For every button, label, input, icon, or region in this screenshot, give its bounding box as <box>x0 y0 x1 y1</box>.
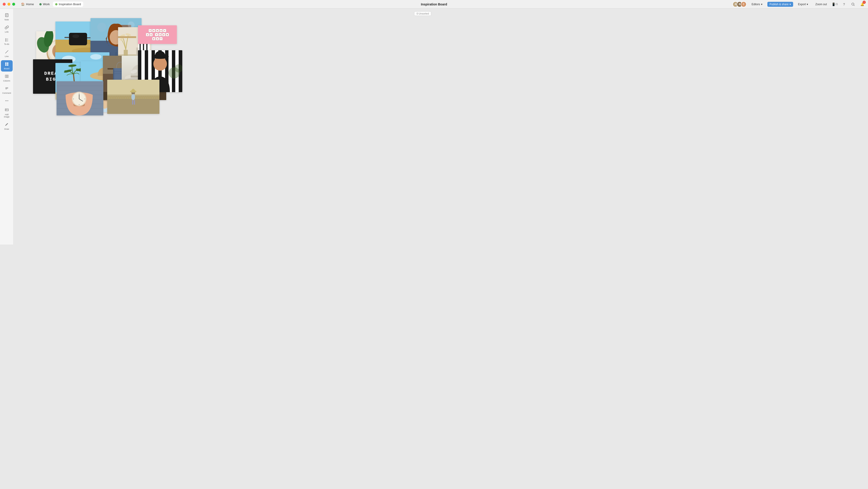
sidebar-note-label: Note <box>4 19 9 21</box>
svg-point-25 <box>7 100 8 101</box>
svg-rect-69 <box>118 36 136 38</box>
sidebar-item-note[interactable]: Note <box>1 11 13 23</box>
today-row-3: D A Y <box>152 37 163 40</box>
svg-line-12 <box>5 51 8 53</box>
board-icon <box>5 62 9 67</box>
svg-rect-15 <box>5 64 6 66</box>
svg-point-23 <box>5 100 6 101</box>
tab-inspiration-label: Inspiration Board <box>59 2 81 6</box>
svg-point-55 <box>97 23 106 32</box>
sidebar-item-column[interactable]: Column <box>1 73 13 84</box>
column-icon <box>5 74 9 79</box>
svg-rect-19 <box>7 75 8 78</box>
sidebar-item-board[interactable]: Board <box>1 60 13 71</box>
svg-rect-8 <box>5 39 6 40</box>
draw-icon <box>5 122 9 127</box>
main-layout: Note Link To-d <box>0 9 434 244</box>
today-row-2: I S Y O U R <box>146 33 169 36</box>
board-image-today[interactable]: T O D A Y I S Y O U R D A <box>138 25 177 44</box>
svg-rect-42 <box>69 33 87 45</box>
svg-rect-17 <box>5 75 6 78</box>
svg-point-24 <box>6 100 7 101</box>
board-canvas: T O D A Y I S Y O U R D A <box>13 9 434 244</box>
sidebar-item-add-image[interactable]: Add image <box>1 106 13 120</box>
sidebar-todo-label: To-do <box>4 43 9 45</box>
close-button[interactable] <box>3 3 6 6</box>
comment-icon <box>5 86 9 91</box>
svg-point-73 <box>90 54 101 60</box>
svg-rect-6 <box>5 38 6 39</box>
board-image-watch[interactable] <box>57 81 103 115</box>
svg-point-140 <box>79 104 80 105</box>
svg-rect-44 <box>64 37 69 38</box>
board-image-woman-field[interactable] <box>107 80 159 114</box>
svg-point-138 <box>79 93 80 94</box>
sidebar-item-line[interactable]: Line <box>1 48 13 59</box>
add-image-icon <box>5 108 9 113</box>
tab-inspiration[interactable]: Inspiration Board <box>53 2 83 7</box>
maximize-button[interactable] <box>12 3 15 6</box>
sidebar-item-draw[interactable]: Draw <box>1 121 13 132</box>
titlebar-tabs: 🏠 Home Work Inspiration Board <box>19 2 434 7</box>
sidebar-line-label: Line <box>5 55 9 58</box>
note-icon <box>5 13 9 18</box>
link-icon <box>5 25 9 30</box>
tab-work[interactable]: Work <box>37 2 52 7</box>
sidebar-item-comment[interactable]: Comment <box>1 85 13 96</box>
svg-point-141 <box>73 99 74 99</box>
svg-rect-148 <box>132 100 133 105</box>
svg-rect-149 <box>134 100 135 105</box>
tab-home[interactable]: 🏠 Home <box>19 2 36 7</box>
today-row-1: T O D A Y <box>149 29 166 32</box>
sidebar-item-link[interactable]: Link <box>1 24 13 35</box>
tab-home-label: Home <box>26 2 34 6</box>
page-title: Inspiration Board <box>421 2 434 6</box>
sidebar-draw-label: Draw <box>4 128 9 130</box>
svg-rect-10 <box>5 41 6 41</box>
svg-rect-14 <box>7 62 8 64</box>
titlebar: 🏠 Home Work Inspiration Board Inspiratio… <box>0 0 434 9</box>
sidebar-board-label: Board <box>4 67 9 70</box>
line-icon <box>5 50 9 55</box>
sidebar-item-more[interactable] <box>1 97 13 105</box>
sidebar-item-todo[interactable]: To-do <box>1 36 13 47</box>
canvas-area[interactable]: 0 Unsorted <box>13 9 434 244</box>
traffic-lights <box>3 3 15 6</box>
sidebar-add-image-label: Add image <box>2 113 11 118</box>
svg-point-139 <box>85 99 85 99</box>
svg-rect-16 <box>7 64 8 66</box>
sidebar: Note Link To-d <box>0 9 13 244</box>
sidebar-link-label: Link <box>5 31 9 33</box>
todo-icon <box>5 37 9 42</box>
minimize-button[interactable] <box>7 3 10 6</box>
svg-point-46 <box>72 34 79 38</box>
sidebar-column-label: Column <box>3 80 10 82</box>
svg-rect-18 <box>6 75 7 78</box>
tab-work-label: Work <box>43 2 50 6</box>
more-icon <box>5 99 9 104</box>
svg-rect-13 <box>5 62 6 64</box>
sidebar-comment-label: Comment <box>2 92 11 94</box>
